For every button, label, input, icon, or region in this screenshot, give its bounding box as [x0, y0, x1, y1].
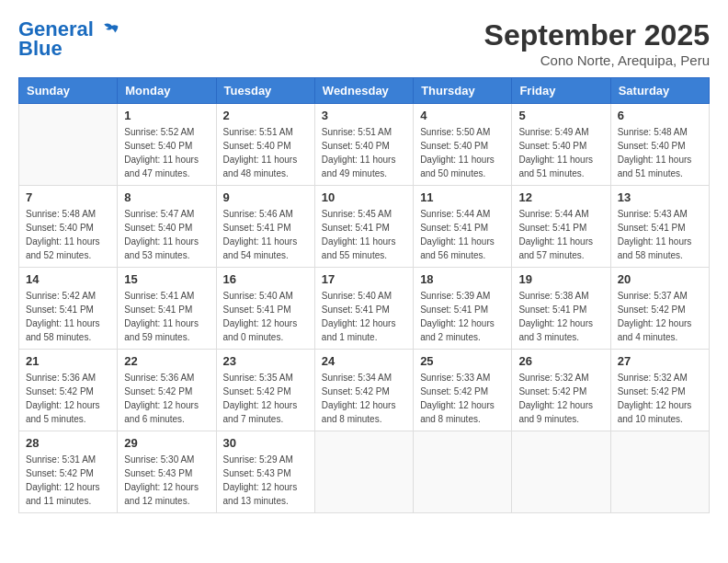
- logo-bird-icon: [101, 21, 119, 40]
- day-number: 17: [322, 272, 406, 286]
- calendar-week-row: 14Sunrise: 5:42 AM Sunset: 5:41 PM Dayli…: [19, 268, 710, 350]
- calendar-cell: 2Sunrise: 5:51 AM Sunset: 5:40 PM Daylig…: [216, 104, 314, 186]
- day-info: Sunrise: 5:46 AM Sunset: 5:41 PM Dayligh…: [223, 207, 308, 262]
- day-info: Sunrise: 5:48 AM Sunset: 5:40 PM Dayligh…: [26, 207, 110, 262]
- day-number: 27: [618, 354, 702, 368]
- calendar-cell: 15Sunrise: 5:41 AM Sunset: 5:41 PM Dayli…: [118, 268, 216, 350]
- day-info: Sunrise: 5:32 AM Sunset: 5:42 PM Dayligh…: [618, 371, 702, 426]
- day-number: 28: [26, 436, 110, 450]
- calendar-week-row: 21Sunrise: 5:36 AM Sunset: 5:42 PM Dayli…: [19, 350, 710, 431]
- day-info: Sunrise: 5:51 AM Sunset: 5:40 PM Dayligh…: [223, 125, 308, 180]
- day-number: 20: [618, 272, 702, 286]
- day-number: 7: [26, 190, 110, 204]
- day-number: 29: [124, 436, 209, 450]
- calendar-cell: 28Sunrise: 5:31 AM Sunset: 5:42 PM Dayli…: [19, 431, 118, 513]
- calendar-cell: 10Sunrise: 5:45 AM Sunset: 5:41 PM Dayli…: [314, 186, 413, 268]
- day-info: Sunrise: 5:29 AM Sunset: 5:43 PM Dayligh…: [223, 453, 308, 508]
- day-info: Sunrise: 5:48 AM Sunset: 5:40 PM Dayligh…: [618, 125, 702, 180]
- day-number: 6: [618, 109, 702, 122]
- calendar-cell: 25Sunrise: 5:33 AM Sunset: 5:42 PM Dayli…: [414, 350, 512, 431]
- day-number: 8: [124, 190, 209, 204]
- day-number: 22: [124, 354, 209, 368]
- calendar-cell: 7Sunrise: 5:48 AM Sunset: 5:40 PM Daylig…: [19, 186, 118, 268]
- calendar-cell: 30Sunrise: 5:29 AM Sunset: 5:43 PM Dayli…: [216, 431, 314, 513]
- calendar-cell: 19Sunrise: 5:38 AM Sunset: 5:41 PM Dayli…: [512, 268, 610, 350]
- weekday-header: Tuesday: [216, 78, 314, 104]
- calendar-cell: 5Sunrise: 5:49 AM Sunset: 5:40 PM Daylig…: [512, 104, 610, 186]
- month-title: September 2025: [484, 18, 710, 52]
- calendar-cell: [314, 431, 413, 513]
- calendar-cell: [414, 431, 512, 513]
- day-info: Sunrise: 5:32 AM Sunset: 5:42 PM Dayligh…: [518, 371, 603, 426]
- calendar-week-row: 28Sunrise: 5:31 AM Sunset: 5:42 PM Dayli…: [19, 431, 710, 513]
- day-info: Sunrise: 5:40 AM Sunset: 5:41 PM Dayligh…: [223, 289, 308, 344]
- day-info: Sunrise: 5:47 AM Sunset: 5:40 PM Dayligh…: [124, 207, 209, 262]
- day-info: Sunrise: 5:50 AM Sunset: 5:40 PM Dayligh…: [420, 125, 505, 180]
- day-info: Sunrise: 5:44 AM Sunset: 5:41 PM Dayligh…: [518, 207, 603, 262]
- day-number: 1: [124, 109, 209, 122]
- calendar-cell: 13Sunrise: 5:43 AM Sunset: 5:41 PM Dayli…: [610, 186, 709, 268]
- calendar-table: SundayMondayTuesdayWednesdayThursdayFrid…: [18, 77, 710, 513]
- calendar-cell: 6Sunrise: 5:48 AM Sunset: 5:40 PM Daylig…: [610, 104, 709, 186]
- calendar-cell: 20Sunrise: 5:37 AM Sunset: 5:42 PM Dayli…: [610, 268, 709, 350]
- calendar-cell: [512, 431, 610, 513]
- day-info: Sunrise: 5:34 AM Sunset: 5:42 PM Dayligh…: [322, 371, 406, 426]
- day-info: Sunrise: 5:45 AM Sunset: 5:41 PM Dayligh…: [322, 207, 406, 262]
- calendar-cell: 23Sunrise: 5:35 AM Sunset: 5:42 PM Dayli…: [216, 350, 314, 431]
- calendar-cell: 21Sunrise: 5:36 AM Sunset: 5:42 PM Dayli…: [19, 350, 118, 431]
- weekday-header: Monday: [118, 78, 216, 104]
- day-info: Sunrise: 5:40 AM Sunset: 5:41 PM Dayligh…: [322, 289, 406, 344]
- calendar-cell: 4Sunrise: 5:50 AM Sunset: 5:40 PM Daylig…: [414, 104, 512, 186]
- title-block: September 2025 Cono Norte, Arequipa, Per…: [484, 18, 710, 68]
- day-info: Sunrise: 5:44 AM Sunset: 5:41 PM Dayligh…: [420, 207, 505, 262]
- day-number: 21: [26, 354, 110, 368]
- day-info: Sunrise: 5:37 AM Sunset: 5:42 PM Dayligh…: [618, 289, 702, 344]
- day-number: 15: [124, 272, 209, 286]
- calendar-cell: 3Sunrise: 5:51 AM Sunset: 5:40 PM Daylig…: [314, 104, 413, 186]
- calendar-cell: 29Sunrise: 5:30 AM Sunset: 5:43 PM Dayli…: [118, 431, 216, 513]
- calendar-cell: 9Sunrise: 5:46 AM Sunset: 5:41 PM Daylig…: [216, 186, 314, 268]
- day-number: 26: [518, 354, 603, 368]
- day-info: Sunrise: 5:41 AM Sunset: 5:41 PM Dayligh…: [124, 289, 209, 344]
- weekday-header: Friday: [512, 78, 610, 104]
- calendar-cell: 22Sunrise: 5:36 AM Sunset: 5:42 PM Dayli…: [118, 350, 216, 431]
- day-info: Sunrise: 5:39 AM Sunset: 5:41 PM Dayligh…: [420, 289, 505, 344]
- day-number: 9: [223, 190, 308, 204]
- calendar-cell: 11Sunrise: 5:44 AM Sunset: 5:41 PM Dayli…: [414, 186, 512, 268]
- day-number: 3: [322, 109, 406, 122]
- calendar-week-row: 7Sunrise: 5:48 AM Sunset: 5:40 PM Daylig…: [19, 186, 710, 268]
- calendar-cell: 18Sunrise: 5:39 AM Sunset: 5:41 PM Dayli…: [414, 268, 512, 350]
- day-number: 2: [223, 109, 308, 122]
- day-info: Sunrise: 5:38 AM Sunset: 5:41 PM Dayligh…: [518, 289, 603, 344]
- day-number: 11: [420, 190, 505, 204]
- calendar-cell: 26Sunrise: 5:32 AM Sunset: 5:42 PM Dayli…: [512, 350, 610, 431]
- calendar-cell: [610, 431, 709, 513]
- calendar-cell: 1Sunrise: 5:52 AM Sunset: 5:40 PM Daylig…: [118, 104, 216, 186]
- location-subtitle: Cono Norte, Arequipa, Peru: [484, 52, 710, 68]
- calendar-cell: 16Sunrise: 5:40 AM Sunset: 5:41 PM Dayli…: [216, 268, 314, 350]
- day-info: Sunrise: 5:49 AM Sunset: 5:40 PM Dayligh…: [518, 125, 603, 180]
- weekday-header: Sunday: [19, 78, 118, 104]
- day-info: Sunrise: 5:35 AM Sunset: 5:42 PM Dayligh…: [223, 371, 308, 426]
- page-header: General Blue September 2025 Cono Norte, …: [18, 18, 710, 68]
- day-number: 16: [223, 272, 308, 286]
- day-info: Sunrise: 5:36 AM Sunset: 5:42 PM Dayligh…: [26, 371, 110, 426]
- day-number: 5: [518, 109, 603, 122]
- day-number: 12: [518, 190, 603, 204]
- logo: General Blue: [18, 18, 119, 61]
- day-number: 25: [420, 354, 505, 368]
- day-number: 19: [518, 272, 603, 286]
- day-info: Sunrise: 5:30 AM Sunset: 5:43 PM Dayligh…: [124, 453, 209, 508]
- weekday-header: Thursday: [414, 78, 512, 104]
- day-info: Sunrise: 5:51 AM Sunset: 5:40 PM Dayligh…: [322, 125, 406, 180]
- weekday-header: Wednesday: [314, 78, 413, 104]
- calendar-cell: 27Sunrise: 5:32 AM Sunset: 5:42 PM Dayli…: [610, 350, 709, 431]
- calendar-cell: [19, 104, 118, 186]
- day-number: 4: [420, 109, 505, 122]
- calendar-cell: 8Sunrise: 5:47 AM Sunset: 5:40 PM Daylig…: [118, 186, 216, 268]
- calendar-cell: 12Sunrise: 5:44 AM Sunset: 5:41 PM Dayli…: [512, 186, 610, 268]
- day-number: 18: [420, 272, 505, 286]
- day-info: Sunrise: 5:33 AM Sunset: 5:42 PM Dayligh…: [420, 371, 505, 426]
- day-number: 10: [322, 190, 406, 204]
- day-number: 24: [322, 354, 406, 368]
